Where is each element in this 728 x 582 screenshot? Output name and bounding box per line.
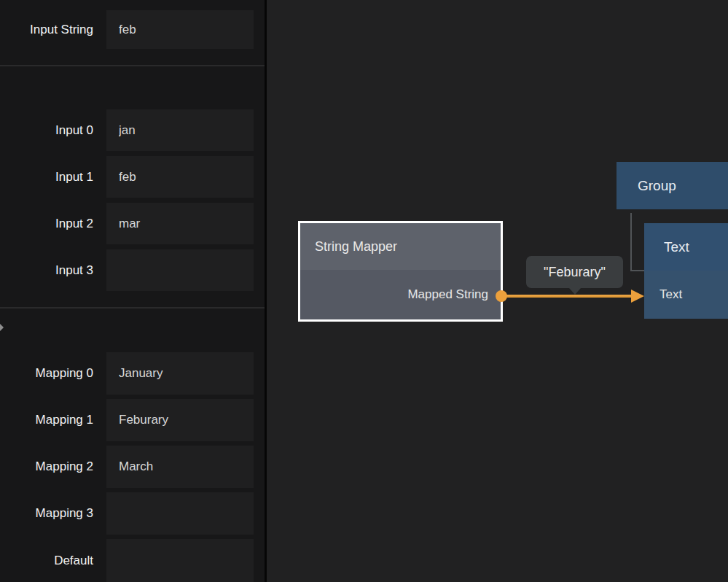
input-0-label: Input 0 [0, 109, 93, 151]
default-input[interactable] [106, 539, 254, 582]
group-child-connector-vertical [630, 213, 632, 271]
mapping-0-label: Mapping 0 [0, 352, 93, 395]
input-2-label: Input 2 [0, 203, 93, 244]
text-node-header[interactable]: Text [644, 223, 728, 271]
group-node-title: Group [638, 178, 676, 194]
section-collapse-toggle-icon[interactable] [0, 324, 4, 331]
prop-row-input-0: Input 0 [0, 109, 265, 151]
text-node-port-label: Text [659, 287, 682, 302]
prop-row-input-2: Input 2 [0, 203, 265, 244]
prop-row-mapping-0: Mapping 0 [0, 352, 265, 395]
string-mapper-node[interactable]: String Mapper Mapped String [298, 221, 503, 322]
section-divider [0, 65, 265, 66]
input-1-input[interactable] [106, 156, 254, 198]
mapping-1-label: Mapping 1 [0, 399, 93, 441]
input-0-input[interactable] [106, 109, 254, 151]
text-node[interactable]: Text Text [644, 223, 728, 319]
mapping-1-input[interactable] [106, 399, 254, 441]
input-3-label: Input 3 [0, 249, 93, 291]
connection-wire[interactable] [501, 295, 633, 298]
output-port-dot[interactable] [496, 290, 507, 302]
string-mapper-node-title: String Mapper [315, 239, 397, 255]
connection-value-tooltip: "Feburary" [526, 256, 623, 288]
group-node[interactable]: Group [617, 162, 728, 209]
connection-arrowhead-icon [631, 290, 644, 303]
text-node-title: Text [664, 239, 689, 255]
mapping-2-input[interactable] [106, 446, 254, 488]
node-editor-app: Input String Input 0 Input 1 Input 2 Inp… [0, 0, 728, 582]
prop-row-default: Default [0, 539, 265, 582]
mapping-3-label: Mapping 3 [0, 492, 93, 535]
input-1-label: Input 1 [0, 156, 93, 198]
text-node-input-port[interactable]: Text [644, 271, 728, 319]
prop-row-input-3: Input 3 [0, 249, 265, 291]
group-child-connector-horizontal [630, 270, 644, 271]
default-label: Default [0, 539, 93, 582]
string-mapper-node-header[interactable]: String Mapper [300, 223, 501, 270]
properties-panel: Input String Input 0 Input 1 Input 2 Inp… [0, 0, 265, 582]
prop-row-mapping-2: Mapping 2 [0, 446, 265, 488]
input-string-input[interactable] [106, 10, 254, 49]
input-2-input[interactable] [106, 203, 254, 244]
input-string-label: Input String [0, 10, 93, 49]
mapped-string-port-label: Mapped String [407, 287, 488, 302]
connection-value-text: "Feburary" [544, 265, 606, 280]
prop-row-mapping-3: Mapping 3 [0, 492, 265, 535]
mapping-3-input[interactable] [106, 492, 254, 535]
prop-row-mapping-1: Mapping 1 [0, 399, 265, 441]
prop-row-input-string: Input String [0, 10, 265, 49]
input-3-input[interactable] [106, 249, 254, 291]
section-divider [0, 307, 265, 309]
mapping-0-input[interactable] [106, 352, 254, 395]
prop-row-input-1: Input 1 [0, 156, 265, 198]
string-mapper-output-port-row[interactable]: Mapped String [300, 270, 501, 319]
mapping-2-label: Mapping 2 [0, 446, 93, 488]
